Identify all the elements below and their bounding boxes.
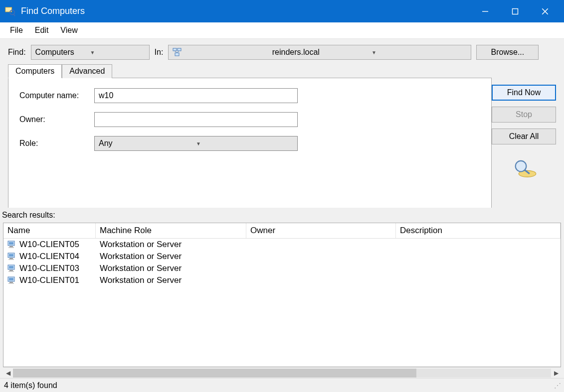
grid-header: Name Machine Role Owner Description: [3, 223, 561, 239]
maximize-button[interactable]: [500, 0, 530, 22]
title-bar: Find Computers: [0, 0, 564, 22]
find-now-button[interactable]: Find Now: [492, 85, 556, 101]
table-row[interactable]: W10-CLIENT01Workstation or Server: [3, 274, 561, 286]
menu-view[interactable]: View: [54, 24, 83, 37]
cell-role: Workstation or Server: [100, 240, 250, 250]
cell-name: W10-CLIENT04: [19, 252, 79, 261]
in-domain-dropdown[interactable]: reinders.local ▼: [168, 45, 471, 60]
col-header-name[interactable]: Name: [3, 223, 96, 238]
col-header-role[interactable]: Machine Role: [96, 223, 246, 238]
role-label: Role:: [19, 139, 94, 148]
table-row[interactable]: W10-CLIENT04Workstation or Server: [3, 251, 561, 262]
svg-rect-9: [175, 53, 179, 56]
computer-name-label: Computer name:: [19, 91, 94, 100]
search-results-label: Search results:: [0, 208, 564, 223]
window-title: Find Computers: [21, 6, 470, 16]
table-row[interactable]: W10-CLIENT03Workstation or Server: [3, 262, 561, 274]
status-bar: 4 item(s) found ⋰: [0, 378, 564, 392]
svg-rect-24: [9, 266, 13, 268]
results-grid: Name Machine Role Owner Description W10-…: [3, 223, 561, 368]
computer-icon: [7, 252, 17, 261]
svg-rect-26: [8, 271, 14, 272]
svg-rect-22: [8, 259, 14, 260]
tab-advanced[interactable]: Advanced: [62, 64, 112, 78]
svg-rect-29: [9, 282, 13, 283]
stop-button[interactable]: Stop: [492, 107, 556, 123]
tab-content: Computer name: Owner: Role: Any ▼: [8, 78, 492, 208]
clear-all-button[interactable]: Clear All: [492, 129, 556, 144]
minimize-button[interactable]: [470, 0, 500, 22]
svg-rect-21: [9, 258, 13, 259]
col-header-description[interactable]: Description: [396, 223, 561, 238]
svg-rect-17: [9, 246, 13, 247]
close-button[interactable]: [530, 0, 560, 22]
find-toolbar: Find: Computers ▼ In: reinders.local ▼ B…: [0, 39, 564, 64]
cell-role: Workstation or Server: [100, 252, 250, 261]
computer-name-input[interactable]: [94, 88, 298, 103]
svg-rect-28: [9, 278, 13, 280]
svg-point-1: [10, 10, 14, 14]
svg-line-11: [177, 51, 179, 53]
grid-body[interactable]: W10-CLIENT05Workstation or Server W10-CL…: [3, 239, 561, 367]
menu-file[interactable]: File: [4, 24, 29, 37]
owner-label: Owner:: [19, 115, 94, 124]
svg-rect-30: [8, 283, 14, 284]
cell-role: Workstation or Server: [100, 263, 250, 273]
status-text: 4 item(s) found: [4, 381, 57, 390]
col-header-owner[interactable]: Owner: [246, 223, 396, 238]
resize-grip-icon[interactable]: ⋰: [554, 382, 560, 390]
svg-rect-16: [9, 242, 13, 245]
computer-icon: [7, 264, 17, 273]
role-value: Any: [99, 139, 196, 148]
svg-rect-18: [8, 247, 14, 248]
tab-computers[interactable]: Computers: [8, 64, 62, 78]
svg-line-10: [175, 51, 177, 53]
find-type-value: Computers: [35, 48, 90, 57]
chevron-down-icon: ▼: [90, 50, 145, 55]
svg-rect-4: [513, 8, 518, 14]
cell-name: W10-CLIENT01: [19, 275, 79, 285]
find-label: Find:: [8, 48, 26, 57]
search-artwork-icon: [511, 157, 537, 181]
menu-edit[interactable]: Edit: [29, 24, 55, 37]
svg-line-2: [13, 14, 15, 16]
role-dropdown[interactable]: Any ▼: [94, 136, 298, 151]
svg-rect-0: [5, 7, 12, 11]
cell-name: W10-CLIENT05: [19, 240, 79, 249]
chevron-down-icon: ▼: [372, 50, 467, 55]
menu-bar: File Edit View: [0, 22, 564, 39]
horizontal-scrollbar[interactable]: ◀ ▶: [3, 367, 561, 378]
svg-rect-20: [9, 254, 13, 257]
computer-icon: [7, 276, 17, 285]
find-type-dropdown[interactable]: Computers ▼: [31, 45, 150, 60]
scroll-left-icon[interactable]: ◀: [3, 368, 13, 378]
browse-button[interactable]: Browse...: [476, 45, 539, 60]
cell-role: Workstation or Server: [100, 275, 250, 285]
app-icon: [4, 5, 16, 17]
owner-input[interactable]: [94, 112, 298, 127]
chevron-down-icon: ▼: [196, 141, 293, 146]
cell-name: W10-CLIENT03: [19, 263, 79, 273]
svg-rect-7: [173, 48, 177, 51]
scroll-thumb[interactable]: [13, 369, 416, 378]
in-label: In:: [155, 48, 164, 57]
table-row[interactable]: W10-CLIENT05Workstation or Server: [3, 239, 561, 251]
domain-icon: [173, 48, 268, 57]
scroll-track[interactable]: [13, 369, 551, 378]
tab-strip: Computers Advanced: [8, 64, 492, 78]
action-buttons: Find Now Stop Clear All: [492, 64, 564, 208]
in-domain-value: reinders.local: [272, 48, 368, 57]
scroll-right-icon[interactable]: ▶: [551, 368, 561, 378]
svg-rect-8: [178, 48, 181, 51]
svg-rect-25: [9, 270, 13, 271]
computer-icon: [7, 240, 17, 249]
